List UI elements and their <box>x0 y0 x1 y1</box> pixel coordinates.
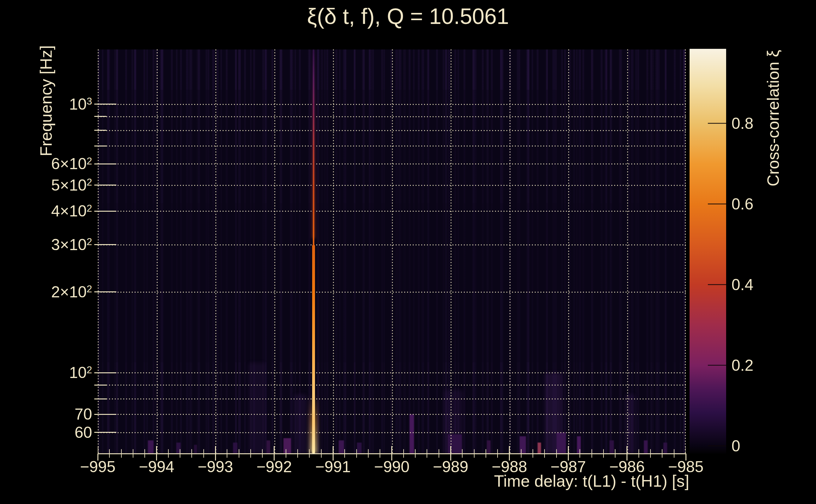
x-major-tick-inner <box>686 446 686 454</box>
x-minor-tick-inner <box>439 449 439 454</box>
y-tick-label: 4×102 <box>9 202 92 223</box>
x-major-tick-inner <box>215 446 216 454</box>
x-minor-tick-inner <box>344 449 345 454</box>
y-tick-label: 2×102 <box>9 283 92 304</box>
x-minor-tick-inner <box>532 449 533 454</box>
colorbar <box>690 49 726 454</box>
x-major-tick-inner <box>333 446 334 454</box>
v-gridline <box>685 49 686 454</box>
x-minor-tick-inner <box>109 449 110 454</box>
y-major-tick <box>94 432 116 433</box>
x-minor-tick-inner <box>262 449 263 454</box>
noise-block <box>339 440 344 454</box>
noise-block <box>194 445 197 454</box>
noise-block <box>664 443 667 454</box>
noise-smudge <box>249 363 265 454</box>
x-minor-tick-inner <box>368 449 369 454</box>
v-gridline <box>274 49 275 454</box>
v-gridline <box>509 49 510 454</box>
x-major-tick-inner <box>568 446 569 454</box>
v-gridline <box>157 49 158 454</box>
y-tick-label: 70 <box>9 405 92 424</box>
figure: ξ(δ t, f), Q = 10.5061 Frequency [Hz] −9… <box>0 0 816 504</box>
y-minor-tick <box>94 146 106 146</box>
x-minor-tick-inner <box>168 449 169 454</box>
x-major-tick-inner <box>274 446 275 454</box>
colorbar-tick <box>708 365 726 366</box>
x-minor-tick-inner <box>650 449 651 454</box>
x-major-tick-inner <box>391 446 392 454</box>
x-minor-tick-inner <box>356 449 357 454</box>
x-axis-label: Time delay: t(L1) - t(H1) [s] <box>374 472 689 490</box>
x-minor-tick-inner <box>250 449 251 454</box>
x-minor-tick-inner <box>191 449 192 454</box>
x-minor-tick-inner <box>203 449 204 454</box>
x-minor-tick-inner <box>133 449 133 454</box>
x-major-tick-inner <box>450 446 451 454</box>
x-minor-tick-inner <box>286 449 286 454</box>
chart-title: ξ(δ t, f), Q = 10.5061 <box>187 2 629 31</box>
y-tick-label: 103 <box>9 95 92 116</box>
x-minor-tick-inner <box>180 449 180 454</box>
noise-block <box>644 440 648 454</box>
x-major-tick-inner <box>627 446 628 454</box>
v-gridline <box>333 49 334 454</box>
x-minor-tick-inner <box>497 449 498 454</box>
x-minor-tick-inner <box>486 449 486 454</box>
x-minor-tick-inner <box>662 449 663 454</box>
x-minor-tick-inner <box>639 449 639 454</box>
y-major-tick <box>94 211 116 212</box>
noise-block <box>284 438 291 454</box>
x-minor-tick-inner <box>544 449 545 454</box>
colorbar-label: Cross-correlation ξ <box>763 0 783 260</box>
noise-block <box>609 440 614 454</box>
noise-block <box>267 440 270 454</box>
v-gridline <box>568 49 569 454</box>
x-minor-tick-inner <box>144 449 145 454</box>
x-minor-tick-inner <box>603 449 604 454</box>
v-gridline <box>216 49 216 454</box>
x-minor-tick-inner <box>474 449 474 454</box>
x-minor-tick-inner <box>321 449 322 454</box>
y-major-tick <box>94 244 116 245</box>
v-gridline <box>627 49 628 454</box>
x-minor-tick-inner <box>556 449 557 454</box>
v-gridline <box>392 49 393 454</box>
y-major-tick <box>94 163 116 164</box>
noise-block <box>233 443 238 454</box>
noise-block <box>556 432 566 454</box>
x-minor-tick-inner <box>462 449 463 454</box>
y-major-tick <box>94 372 116 373</box>
x-minor-tick-inner <box>615 449 616 454</box>
y-major-tick <box>94 291 116 292</box>
x-minor-tick-inner <box>380 449 380 454</box>
y-minor-tick <box>94 398 106 399</box>
y-minor-tick <box>94 385 106 386</box>
y-tick-label: 60 <box>9 423 92 442</box>
x-minor-tick-inner <box>415 449 416 454</box>
noise-smudge <box>294 394 307 454</box>
colorbar-tick-label: 0.2 <box>732 356 813 375</box>
colorbar-tick-label: 0.4 <box>732 275 813 294</box>
x-minor-tick-inner <box>297 449 298 454</box>
noise-block <box>537 443 541 454</box>
x-minor-tick-inner <box>309 449 310 454</box>
y-tick-label: 3×102 <box>9 235 92 256</box>
y-tick-label: 5×102 <box>9 176 92 197</box>
noise-smudge <box>625 394 635 454</box>
y-minor-tick <box>94 116 106 117</box>
x-minor-tick-inner <box>121 449 122 454</box>
y-minor-tick <box>94 130 106 131</box>
noise-block <box>148 440 153 454</box>
x-minor-tick-inner <box>521 449 521 454</box>
colorbar-tick <box>708 445 726 446</box>
x-minor-tick-inner <box>591 449 592 454</box>
y-tick-label: 6×102 <box>9 154 92 175</box>
noise-block <box>487 440 491 454</box>
x-major-tick-inner <box>509 446 510 454</box>
y-major-tick <box>94 414 116 415</box>
noise-block <box>448 434 462 454</box>
colorbar-tick <box>708 203 726 204</box>
plot-area <box>98 49 686 454</box>
x-minor-tick-inner <box>403 449 404 454</box>
